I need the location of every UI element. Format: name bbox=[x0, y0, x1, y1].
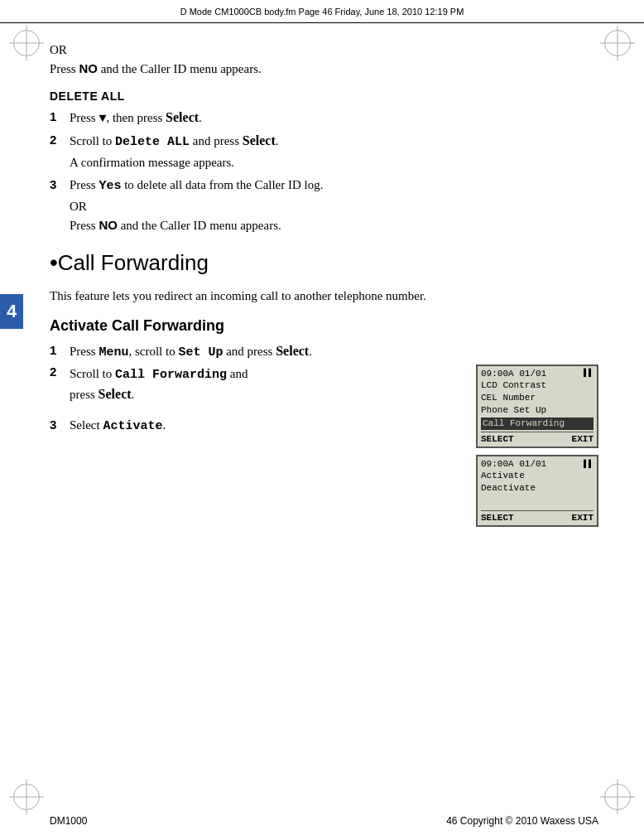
lcd-item-phone-set-up: Phone Set Up bbox=[481, 404, 594, 417]
page: D Mode CM1000CB body.fm Page 46 Friday, … bbox=[0, 0, 644, 840]
lcd-item-deactivate: Deactivate bbox=[481, 482, 594, 495]
lcd-time-2: 09:00A 01/01 bbox=[481, 459, 546, 469]
corner-mark-top-right bbox=[599, 25, 636, 61]
setup-btn: Set Up bbox=[178, 345, 223, 360]
press-no-line: Press NO and the Caller ID menu appears. bbox=[50, 60, 598, 79]
chapter-tab: 4 bbox=[0, 294, 23, 329]
activate-step-2-row: 2 Scroll to Call Forwarding andpress Sel… bbox=[50, 364, 598, 527]
footer-right: 46 Copyright © 2010 Waxess USA bbox=[446, 815, 598, 827]
select-btn-1: Select bbox=[166, 110, 199, 124]
step-3-content: Press Yes to delete all data from the Ca… bbox=[70, 176, 598, 196]
yes-btn: Yes bbox=[99, 179, 121, 193]
delete-all-btn: Delete ALL bbox=[115, 135, 190, 149]
activate-step-3: 3 Select Activate. bbox=[50, 416, 459, 437]
or-text-top: OR bbox=[50, 41, 598, 60]
arrow-down-btn: ▼ bbox=[99, 112, 106, 126]
lcd-bottom-bar-2: SELECT EXIT bbox=[481, 510, 594, 523]
lcd-select-btn-1: SELECT bbox=[481, 434, 514, 444]
step-3-or: OR bbox=[70, 197, 598, 216]
lcd-time-1: 09:00A 01/01 bbox=[481, 369, 546, 379]
activate-step-1-content: Press Menu, scroll to Set Up and press S… bbox=[70, 341, 598, 363]
lcd-title-bar-1: 09:00A 01/01 ▌▌ bbox=[481, 369, 594, 379]
activate-step-3-content: Select Activate. bbox=[70, 416, 166, 437]
corner-mark-top-left bbox=[8, 25, 45, 61]
activate-btn: Activate bbox=[103, 419, 162, 433]
activate-step-1: 1 Press Menu, scroll to Set Up and press… bbox=[50, 341, 598, 363]
or-block-top: OR Press NO and the Caller ID menu appea… bbox=[50, 41, 598, 78]
lcd-item-call-forwarding: Call Forwarding bbox=[481, 418, 594, 430]
lcd-screen-1: 09:00A 01/01 ▌▌ LCD Contrast CEL Number … bbox=[476, 364, 598, 449]
delete-all-heading: DELETE ALL bbox=[50, 89, 598, 103]
menu-btn: Menu bbox=[99, 345, 128, 360]
chapter-number: 4 bbox=[7, 301, 17, 322]
call-forwarding-btn: Call Forwarding bbox=[115, 368, 227, 382]
step-1-content: Press ▼, then press Select. bbox=[70, 108, 598, 129]
footer: DM1000 46 Copyright © 2010 Waxess USA bbox=[50, 815, 598, 827]
step-1: 1 Press ▼, then press Select. bbox=[50, 108, 598, 129]
top-bar: D Mode CM1000CB body.fm Page 46 Friday, … bbox=[0, 0, 644, 23]
lcd-bottom-bar-1: SELECT EXIT bbox=[481, 432, 594, 444]
press-no-text: and the Caller ID menu appears. bbox=[98, 62, 262, 75]
step-3-press-no: Press NO and the Caller ID menu appears. bbox=[70, 216, 598, 235]
lcd-screens: 09:00A 01/01 ▌▌ LCD Contrast CEL Number … bbox=[468, 364, 598, 527]
or-label-top: OR bbox=[50, 43, 67, 56]
section-title: Call Forwarding bbox=[58, 250, 209, 275]
lcd-screen-2: 09:00A 01/01 ▌▌ Activate Deactivate SELE… bbox=[476, 455, 598, 527]
corner-mark-bottom-left bbox=[8, 779, 45, 815]
lcd-title-bar-2: 09:00A 01/01 ▌▌ bbox=[481, 459, 594, 469]
lcd-exit-btn-1: EXIT bbox=[572, 434, 594, 444]
lcd-signal-2: ▌▌ bbox=[584, 460, 594, 469]
feature-desc: This feature lets you redirect an incomi… bbox=[50, 286, 598, 306]
lcd-item-lcd-contrast: LCD Contrast bbox=[481, 379, 594, 392]
section-heading: •Call Forwarding bbox=[50, 249, 598, 276]
no-button-top: NO bbox=[79, 61, 98, 75]
lcd-select-btn-2: SELECT bbox=[481, 513, 514, 523]
header-text: D Mode CM1000CB body.fm Page 46 Friday, … bbox=[180, 7, 464, 17]
step-1-num: 1 bbox=[50, 108, 66, 127]
press-label: Press bbox=[50, 62, 79, 75]
select-btn-a2: Select bbox=[99, 387, 132, 401]
select-btn-a1: Select bbox=[276, 344, 309, 358]
step-2-content: Scroll to Delete ALL and press Select. bbox=[70, 131, 598, 152]
activate-step-1-num: 1 bbox=[50, 341, 66, 360]
no-button-step3: NO bbox=[99, 218, 118, 232]
lcd-signal-1: ▌▌ bbox=[584, 369, 594, 378]
content-area: OR Press NO and the Caller ID menu appea… bbox=[50, 29, 598, 794]
corner-mark-bottom-right bbox=[599, 779, 636, 815]
activate-step-3-num: 3 bbox=[50, 416, 66, 435]
lcd-item-cel-number: CEL Number bbox=[481, 392, 594, 404]
select-btn-2: Select bbox=[243, 133, 276, 147]
confirm-msg: A confirmation message appears. bbox=[70, 153, 598, 172]
lcd-item-activate: Activate bbox=[481, 470, 594, 482]
step-2: 2 Scroll to Delete ALL and press Select. bbox=[50, 131, 598, 152]
activate-step-2-num: 2 bbox=[50, 364, 66, 379]
activate-heading: Activate Call Forwarding bbox=[50, 317, 598, 335]
footer-left: DM1000 bbox=[50, 815, 87, 827]
lcd-exit-btn-2: EXIT bbox=[572, 513, 594, 523]
step-3: 3 Press Yes to delete all data from the … bbox=[50, 176, 598, 196]
step-3-num: 3 bbox=[50, 176, 66, 195]
bullet-icon: • bbox=[50, 249, 58, 275]
step-2-num: 2 bbox=[50, 131, 66, 150]
activate-step-2-content: Scroll to Call Forwarding andpress Selec… bbox=[70, 364, 459, 440]
